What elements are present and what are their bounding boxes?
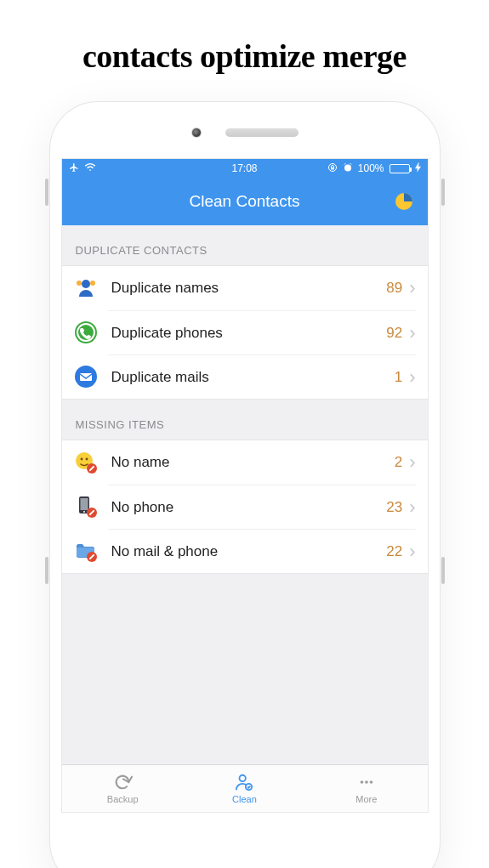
section-header-duplicates: DUPLICATE CONTACTS	[62, 225, 428, 265]
section-header-missing: MISSING ITEMS	[62, 400, 428, 440]
chevron-right-icon: ›	[409, 279, 415, 298]
svg-point-3	[344, 164, 351, 171]
row-label: No phone	[111, 499, 387, 516]
svg-point-5	[82, 280, 90, 288]
svg-rect-19	[80, 498, 88, 510]
nav-title: Clean Contacts	[190, 192, 300, 211]
more-dots-icon	[355, 773, 378, 791]
status-time: 17:08	[231, 162, 257, 174]
tab-bar: Backup Clean More	[62, 764, 428, 812]
svg-point-14	[80, 458, 82, 461]
row-count: 22	[386, 543, 402, 560]
chevron-right-icon: ›	[409, 542, 415, 561]
svg-point-0	[89, 169, 91, 171]
alarm-icon	[343, 162, 353, 175]
content: DUPLICATE CONTACTS Duplicate names 89 ›	[62, 225, 428, 764]
backup-sync-icon	[111, 773, 134, 791]
svg-rect-12	[80, 373, 92, 381]
svg-point-26	[240, 775, 246, 781]
row-count: 23	[386, 499, 402, 516]
smiley-missing-icon	[74, 451, 98, 474]
row-duplicate-mails[interactable]: Duplicate mails 1 ›	[62, 355, 428, 399]
tab-backup[interactable]: Backup	[62, 765, 184, 812]
row-label: No mail & phone	[111, 543, 387, 560]
chevron-right-icon: ›	[409, 324, 415, 343]
tab-more[interactable]: More	[305, 765, 427, 812]
row-duplicate-names[interactable]: Duplicate names 89 ›	[62, 266, 428, 310]
row-count: 92	[386, 325, 402, 342]
svg-point-15	[85, 458, 88, 461]
list-missing: No name 2 › No phone 23 ›	[62, 440, 428, 574]
orientation-lock-icon	[327, 162, 338, 175]
charging-icon	[415, 162, 421, 175]
svg-point-6	[77, 281, 82, 286]
row-no-phone[interactable]: No phone 23 ›	[62, 485, 428, 529]
row-count: 2	[395, 454, 402, 471]
phone-speaker	[225, 128, 299, 137]
battery-icon	[389, 164, 410, 173]
phone-call-icon	[74, 321, 98, 344]
chevron-right-icon: ›	[409, 453, 415, 472]
svg-rect-2	[331, 167, 334, 170]
row-label: Duplicate phones	[111, 325, 387, 342]
tab-label: More	[355, 794, 377, 804]
phone-frame: 17:08 100% Clean Contacts	[50, 102, 440, 868]
chevron-right-icon: ›	[409, 498, 415, 517]
row-label: Duplicate mails	[111, 369, 395, 386]
nav-bar: Clean Contacts	[62, 178, 428, 225]
pie-chart-icon[interactable]	[394, 191, 414, 212]
row-no-name[interactable]: No name 2 ›	[62, 440, 428, 485]
tab-clean[interactable]: Clean	[184, 765, 305, 812]
svg-point-30	[369, 780, 372, 784]
contacts-group-icon	[74, 276, 98, 300]
svg-point-20	[83, 511, 85, 513]
row-count: 89	[386, 280, 402, 297]
chevron-right-icon: ›	[409, 368, 415, 387]
status-bar: 17:08 100%	[62, 159, 428, 178]
screen: 17:08 100% Clean Contacts	[61, 158, 429, 813]
svg-point-28	[360, 780, 363, 784]
mail-icon	[74, 365, 98, 389]
svg-point-29	[365, 780, 368, 784]
phone-camera	[191, 128, 202, 138]
promo-title: contacts optimize merge	[0, 0, 489, 102]
list-duplicates: Duplicate names 89 › Duplicate phones 92…	[62, 265, 428, 400]
tab-label: Clean	[232, 794, 257, 804]
row-no-mail-phone[interactable]: No mail & phone 22 ›	[62, 529, 428, 573]
battery-percent: 100%	[358, 162, 384, 174]
tab-label: Backup	[107, 794, 139, 804]
row-label: Duplicate names	[111, 280, 387, 297]
airplane-icon	[69, 162, 79, 175]
wifi-icon	[84, 162, 96, 174]
svg-point-7	[90, 281, 95, 286]
folder-missing-icon	[74, 539, 98, 563]
clean-person-icon	[233, 773, 255, 791]
row-label: No name	[111, 454, 395, 471]
row-count: 1	[395, 369, 402, 386]
phone-device-missing-icon	[74, 495, 98, 519]
row-duplicate-phones[interactable]: Duplicate phones 92 ›	[62, 310, 428, 355]
